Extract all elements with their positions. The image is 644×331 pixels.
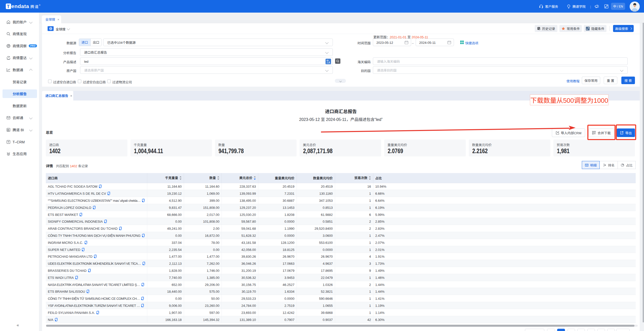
svg-text:A: A (329, 61, 330, 64)
